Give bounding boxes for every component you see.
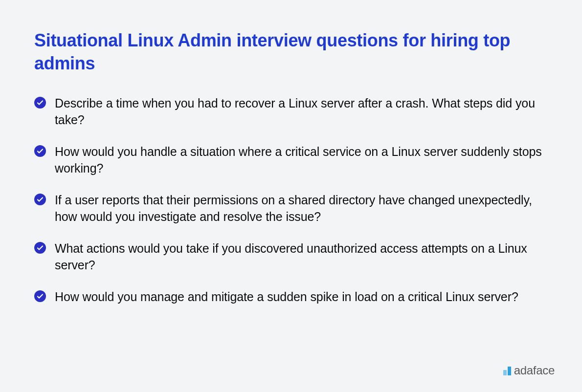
question-text: How would you handle a situation where a… <box>55 143 548 177</box>
question-text: What actions would you take if you disco… <box>55 240 548 274</box>
question-text: If a user reports that their permissions… <box>55 192 548 225</box>
list-item: If a user reports that their permissions… <box>34 192 548 225</box>
check-icon <box>34 145 46 157</box>
questions-list: Describe a time when you had to recover … <box>34 95 548 305</box>
logo-text: adaface <box>514 364 555 377</box>
logo-bars-icon <box>503 367 511 375</box>
list-item: How would you handle a situation where a… <box>34 143 548 177</box>
adaface-logo: adaface <box>503 364 555 377</box>
list-item: Describe a time when you had to recover … <box>34 95 548 129</box>
page-title: Situational Linux Admin interview questi… <box>34 29 548 75</box>
check-icon <box>34 97 46 109</box>
check-icon <box>34 194 46 205</box>
list-item: What actions would you take if you disco… <box>34 240 548 274</box>
question-text: How would you manage and mitigate a sudd… <box>55 288 518 305</box>
question-text: Describe a time when you had to recover … <box>55 95 548 129</box>
check-icon <box>34 290 46 302</box>
check-icon <box>34 242 46 254</box>
list-item: How would you manage and mitigate a sudd… <box>34 288 548 305</box>
